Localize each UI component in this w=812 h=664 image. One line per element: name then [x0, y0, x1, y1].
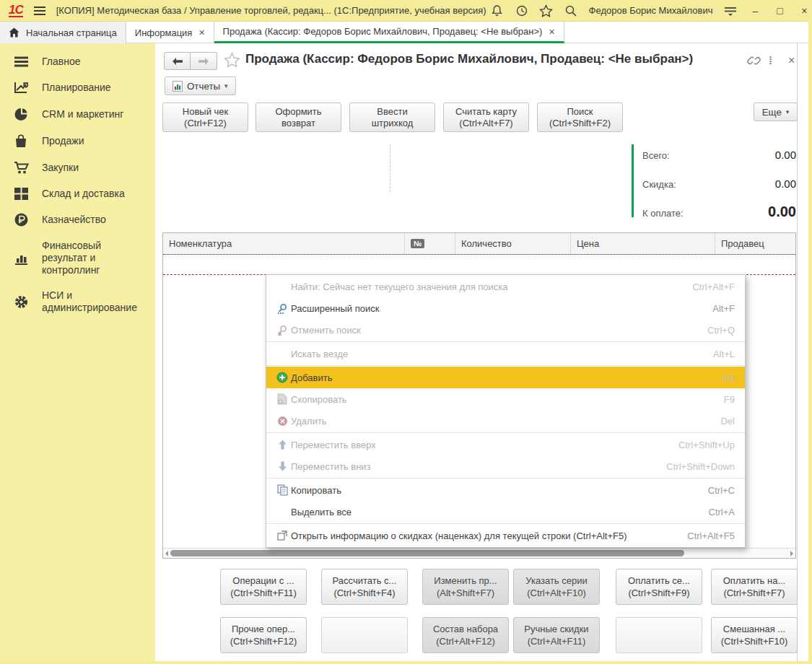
scroll-right-icon[interactable]: [790, 551, 793, 556]
back-button[interactable]: [164, 52, 191, 70]
sidebar-item-main[interactable]: Главное: [0, 49, 155, 74]
calculate-button[interactable]: Рассчитать с...(Ctrl+Shift+F4): [321, 569, 408, 605]
empty-button[interactable]: [321, 617, 408, 653]
sidebar-item-label: Планирование: [42, 82, 111, 94]
empty-button[interactable]: [616, 617, 702, 653]
new-receipt-button[interactable]: Новый чек(Ctrl+F12): [162, 102, 248, 132]
search-icon[interactable]: [560, 1, 582, 20]
bar-chart-icon: [0, 252, 42, 265]
column-number[interactable]: №: [405, 233, 455, 254]
specify-series-button[interactable]: Указать серии(Ctrl+Alt+F10): [513, 569, 600, 605]
tab-label: Начальная страница: [26, 27, 117, 38]
menu-item-delete[interactable]: Удалить Del: [266, 410, 745, 432]
tab-home[interactable]: Начальная страница: [0, 22, 126, 43]
notifications-bell-icon[interactable]: [486, 1, 508, 20]
menu-item-move-up[interactable]: Переместить вверх Ctrl+Shift+Up: [266, 434, 745, 455]
total-label: Всего:: [642, 150, 670, 161]
menu-item-cancel-search[interactable]: Отменить поиск Ctrl+Q: [266, 319, 745, 341]
menu-item-open-discount-info[interactable]: Открыть информацию о скидках (наценках) …: [266, 525, 745, 546]
operations-with-button[interactable]: Операции с ...(Ctrl+Shift+F11): [220, 569, 307, 605]
get-link-icon[interactable]: [747, 54, 761, 69]
cancel-search-icon: [274, 325, 291, 336]
sidebar-item-treasury[interactable]: Казначейство: [0, 206, 155, 233]
window-frame-edge: [0, 661, 812, 664]
search-button[interactable]: Поиск(Ctrl+Shift+F2): [537, 102, 623, 132]
discount-value: 0.00: [775, 178, 796, 190]
horizontal-scrollbar[interactable]: [163, 548, 795, 558]
reports-button-label: Отчеты: [187, 81, 220, 92]
current-empty-row[interactable]: [163, 254, 795, 275]
column-nomenclature[interactable]: Номенклатура: [163, 233, 405, 254]
ruble-icon: [0, 213, 42, 227]
sidebar-item-planning[interactable]: Планирование: [0, 74, 155, 101]
process-return-button[interactable]: Оформитьвозврат: [256, 102, 341, 132]
menu-icon: [0, 56, 42, 67]
column-price[interactable]: Цена: [571, 233, 715, 254]
change-price-button[interactable]: Изменить пр...(Alt+Shift+F7): [422, 569, 509, 605]
current-user[interactable]: Федоров Борис Михайлович: [589, 5, 713, 16]
sidebar-item-nsi-admin[interactable]: НСИ и администрирование: [0, 283, 155, 320]
sidebar-item-label: НСИ и администрирование: [42, 289, 136, 314]
forward-button[interactable]: [191, 52, 217, 70]
pay-certificate-button[interactable]: Оплатить се...(Ctrl+Shift+F9): [616, 569, 702, 605]
more-actions-button[interactable]: Еще ▾: [754, 102, 798, 121]
chevron-down-icon: ▾: [786, 108, 790, 115]
sidebar-item-purchases[interactable]: Закупки: [0, 154, 155, 181]
total-value: 0.00: [775, 149, 796, 161]
menu-item-add[interactable]: Добавить Ins: [266, 367, 745, 388]
menu-separator: [266, 478, 745, 479]
menu-item-select-all[interactable]: Выделить все Ctrl+A: [266, 501, 745, 523]
number-badge: №: [411, 239, 424, 248]
menu-item-advanced-search[interactable]: Расширенный поиск Alt+F: [266, 297, 745, 319]
menu-item-find[interactable]: Найти: Сейчас нет текущего значения для …: [266, 276, 745, 297]
sidebar-item-crm[interactable]: CRM и маркетинг: [0, 101, 155, 128]
home-icon: [9, 27, 19, 38]
pay-cash-button[interactable]: Оплатить на...(Ctrl+Shift+F7): [711, 569, 798, 605]
discount-label: Скидка:: [642, 179, 676, 190]
sidebar-item-warehouse[interactable]: Склад и доставка: [0, 181, 155, 206]
main-menu-icon[interactable]: [33, 1, 46, 20]
sidebar-item-finance[interactable]: Финансовый результат и контроллинг: [0, 233, 155, 283]
more-menu-icon[interactable]: ⁞: [769, 54, 772, 66]
sale-form: Продажа (Кассир: Федоров Борис Михайлови…: [155, 43, 798, 661]
move-down-icon: [274, 461, 291, 471]
enter-barcode-button[interactable]: Ввестиштрихкод: [349, 102, 435, 132]
column-quantity[interactable]: Количество: [455, 233, 571, 254]
menu-separator: [266, 432, 745, 433]
reports-button[interactable]: Отчеты ▾: [165, 77, 236, 95]
maximize-button[interactable]: □: [769, 2, 790, 19]
panel-settings-icon[interactable]: [720, 1, 741, 20]
mixed-payment-button[interactable]: Смешанная ...(Ctrl+Shift+F10): [711, 617, 798, 653]
tab-sale[interactable]: Продажа (Кассир: Федоров Борис Михайлови…: [214, 22, 564, 43]
to-pay-value: 0.00: [768, 204, 796, 220]
menu-item-copy[interactable]: Копировать Ctrl+C: [266, 479, 745, 501]
history-icon[interactable]: [511, 1, 533, 20]
scroll-left-icon[interactable]: [165, 551, 168, 556]
delete-icon: [274, 416, 291, 427]
close-tab-icon[interactable]: ×: [549, 28, 554, 35]
table-header: Номенклатура № Количество Цена Продавец: [163, 233, 795, 255]
menu-item-copy-new[interactable]: Скопировать F9: [266, 388, 745, 410]
shopping-cart-icon: [0, 161, 42, 175]
close-form-icon[interactable]: ×: [788, 54, 795, 67]
planning-icon: [0, 81, 42, 95]
other-operations-button[interactable]: Прочие опер...(Ctrl+Shift+F12): [220, 617, 307, 653]
sidebar-item-sales[interactable]: Продажи: [0, 128, 155, 154]
tab-information[interactable]: Информация ×: [126, 22, 214, 43]
favorite-star-icon[interactable]: [224, 52, 240, 70]
menu-separator: [266, 341, 745, 342]
menu-item-move-down[interactable]: Переместить вниз Ctrl+Shift+Down: [266, 455, 745, 477]
menu-item-search-everywhere[interactable]: Искать везде Alt+L: [266, 343, 745, 364]
chevron-down-icon: ▾: [224, 82, 228, 89]
kit-contents-button[interactable]: Состав набора(Ctrl+Alt+F12): [422, 617, 509, 653]
close-tab-icon[interactable]: ×: [198, 29, 204, 36]
minimize-button[interactable]: –: [744, 2, 766, 19]
total-row: Всего: 0.00: [642, 149, 796, 161]
sidebar-item-label: Финансовый результат и контроллинг: [42, 240, 136, 276]
favorites-star-icon[interactable]: [536, 1, 557, 20]
tab-label: Информация: [135, 27, 193, 38]
read-card-button[interactable]: Считать карту(Ctrl+Alt+F7): [443, 102, 529, 132]
manual-discounts-button[interactable]: Ручные скидки(Ctrl+Alt+F11): [513, 617, 600, 653]
scrollbar-thumb[interactable]: [170, 550, 684, 556]
column-seller[interactable]: Продавец: [715, 233, 795, 254]
